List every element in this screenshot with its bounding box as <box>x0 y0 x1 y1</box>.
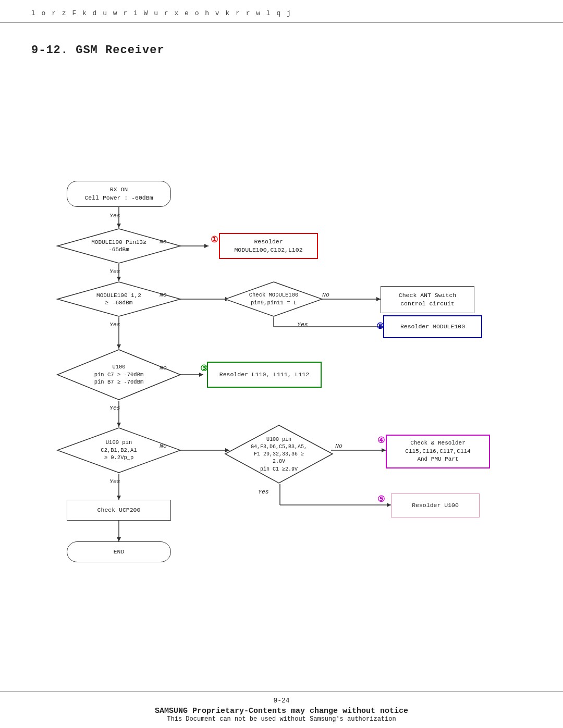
section-title-text: 9-12. GSM Receiver <box>31 44 165 57</box>
annotation-5: ⑤ <box>375 493 387 505</box>
svg-marker-1 <box>117 224 121 228</box>
check-module100-label: Check MODULE100 pin9,pin11 = L <box>234 291 313 306</box>
annotation-4: ④ <box>375 435 387 446</box>
diagram-area: RX ON Cell Power : -60dBm Yes MODULE100 … <box>0 72 563 646</box>
page-footer: 9-24 SAMSUNG Proprietary-Contents may ch… <box>0 691 563 728</box>
resolder-module100-box: Resolder MODULE100 <box>383 315 482 338</box>
svg-marker-18 <box>117 423 121 427</box>
svg-marker-22 <box>382 448 386 452</box>
yes-label-check: Yes <box>297 321 308 328</box>
no-label-check: No <box>322 291 329 298</box>
svg-marker-25 <box>387 503 391 507</box>
footer-line1: SAMSUNG Proprietary-Contents may change … <box>31 707 532 715</box>
footer-line2: This Document can not be used without Sa… <box>31 715 532 723</box>
check-ant-label: Check ANT Switch control circuit <box>399 291 456 308</box>
diamond1: MODULE100 Pin13≥ -65dBm <box>56 228 181 264</box>
check-resolder-box: Check & Resolder C115,C116,C117,C114 And… <box>386 435 490 468</box>
diamond2: MODULE100 1,2 ≥ -68dBm <box>56 281 181 317</box>
check-resolder-label: Check & Resolder C115,C116,C117,C114 And… <box>405 439 470 463</box>
diamond4-label: U100 pin C2,B1,B2,A1 ≥ 0.2Vp_p <box>69 439 169 462</box>
yes-label-1: Yes <box>109 212 120 219</box>
svg-marker-29 <box>117 537 121 541</box>
section-title: 9-12. GSM Receiver <box>0 23 563 67</box>
no-label-d5: No <box>335 442 342 449</box>
yes-label-d5: Yes <box>258 488 269 495</box>
svg-marker-5 <box>204 244 209 248</box>
resolder-u100-box: Resolder U100 <box>391 493 480 517</box>
annotation-1: ① <box>209 234 220 245</box>
page-header: l o r z F k d u w r i W u r x e o h v k … <box>0 0 563 23</box>
svg-marker-7 <box>117 344 121 349</box>
rxon-label: RX ON Cell Power : -60dBm <box>84 186 153 202</box>
page-number: 9-24 <box>31 697 532 705</box>
end-label: END <box>114 548 125 556</box>
resolder-l-box: Resolder L110, L111, L112 <box>207 362 322 388</box>
diamond3: U100 pin C7 ≥ -70dBm pin B7 ≥ -70dBm <box>56 349 181 401</box>
diamond2-label: MODULE100 1,2 ≥ -68dBm <box>69 292 169 307</box>
header-text: l o r z F k d u w r i W u r x e o h v k … <box>31 9 292 17</box>
yes-label-d4: Yes <box>109 478 120 485</box>
check-ant-box: Check ANT Switch control circuit <box>381 286 474 313</box>
diamond1-label: MODULE100 Pin13≥ -65dBm <box>69 239 169 254</box>
resolder-u100-label: Resolder U100 <box>412 501 459 510</box>
resolder1-box: Resolder MODULE100,C102,L102 <box>219 233 318 259</box>
yes-label-d1: Yes <box>109 268 120 275</box>
svg-marker-11 <box>376 297 381 301</box>
resolder-l-label: Resolder L110, L111, L112 <box>219 371 310 379</box>
yes-label-d3: Yes <box>109 404 120 411</box>
resolder-module100-label: Resolder MODULE100 <box>400 323 465 331</box>
diamond4: U100 pin C2,B1,B2,A1 ≥ 0.2Vp_p <box>56 427 181 474</box>
check-ucp-box: Check UCP200 <box>67 500 171 521</box>
diamond3-label: U100 pin C7 ≥ -70dBm pin B7 ≥ -70dBm <box>69 363 169 386</box>
end-box: END <box>67 541 171 562</box>
svg-marker-27 <box>117 496 121 500</box>
rxon-box: RX ON Cell Power : -60dBm <box>67 181 171 207</box>
check-ucp-label: Check UCP200 <box>97 506 141 514</box>
check-module100: Check MODULE100 pin9,pin11 = L <box>224 281 323 317</box>
svg-marker-3 <box>117 277 121 281</box>
diamond5-label: U100 pin G4,F3,D6,C5,B3,A5, F1 29,32,33,… <box>235 436 323 473</box>
resolder1-label: Resolder MODULE100,C102,L102 <box>234 238 302 254</box>
yes-label-d2: Yes <box>109 321 120 328</box>
diamond5: U100 pin G4,F3,D6,C5,B3,A5, F1 29,32,33,… <box>224 424 334 484</box>
